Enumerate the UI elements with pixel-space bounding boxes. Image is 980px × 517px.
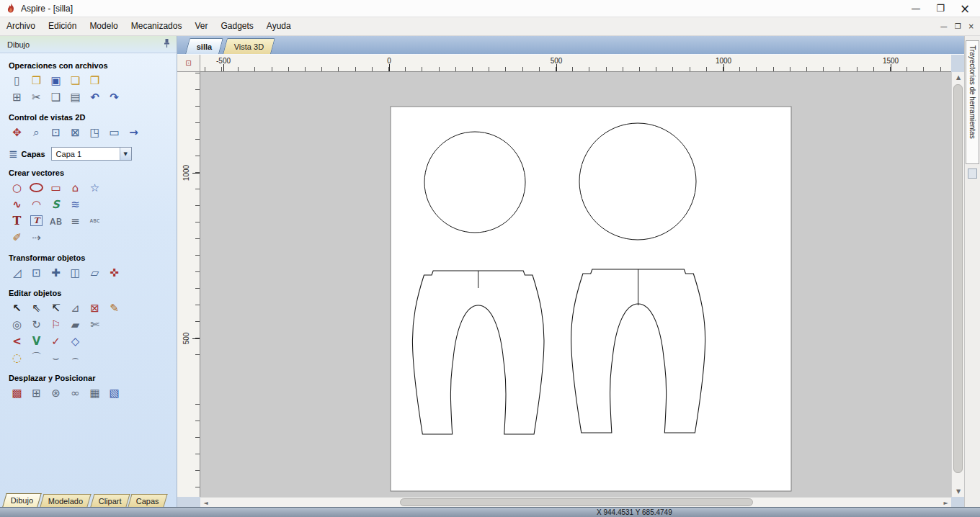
knife-icon[interactable]: ✄ [85, 316, 104, 333]
nesting-icon[interactable]: ▧ [104, 385, 124, 401]
text-spacing-icon[interactable]: ᴀʙᴄ [85, 212, 104, 229]
distort-object-icon[interactable]: ▱ [85, 264, 104, 281]
draw-ellipse-icon[interactable] [27, 179, 46, 196]
text-on-curve-icon[interactable]: ᴀʙ [46, 212, 66, 229]
zoom-selected-icon[interactable]: ◳ [85, 124, 104, 140]
paste-icon[interactable]: ▤ [66, 89, 85, 105]
rotate-copy-icon[interactable]: ↻ [27, 316, 46, 333]
tab-clipart[interactable]: Clipart [90, 494, 130, 507]
cut-icon[interactable]: ✂ [27, 89, 46, 105]
minimize-button[interactable]: — [904, 0, 928, 17]
dimension-line-icon[interactable]: ⇢ [27, 229, 46, 246]
text-block-icon[interactable]: ≡ [66, 212, 85, 229]
close-vector-icon[interactable]: ◌ [7, 349, 27, 366]
vertical-scroll-thumb[interactable] [953, 84, 963, 473]
menu-mecanizados[interactable]: Mecanizados [125, 17, 189, 35]
draw-star-icon[interactable]: ☆ [85, 179, 104, 196]
horizontal-scrollbar[interactable]: ◄ ► [200, 497, 951, 507]
draw-spiral-icon[interactable]: ≋ [66, 196, 85, 212]
draw-polygon-icon[interactable]: ⌂ [66, 179, 85, 196]
tab-vista-3d[interactable]: Vista 3D [223, 38, 275, 54]
move-object-icon[interactable]: ✚ [46, 264, 66, 281]
child-restore-button[interactable]: ❐ [955, 22, 961, 32]
menu-archivo[interactable]: Archivo [0, 17, 42, 35]
fit-arc-icon[interactable]: ⌒ [27, 349, 46, 366]
draw-dimension-icon[interactable]: ✐ [7, 229, 27, 246]
vertical-scrollbar[interactable]: ▲ ▼ [951, 72, 964, 497]
draw-rectangle-icon[interactable]: ▭ [46, 179, 66, 196]
zoom-extents-icon[interactable]: ⊠ [66, 124, 85, 140]
save-file-icon[interactable]: ▣ [46, 72, 66, 89]
toolpaths-tab[interactable]: Trayectorias de herramientas [966, 40, 979, 164]
menu-ayuda[interactable]: Ayuda [260, 17, 298, 35]
set-size-icon[interactable]: ⊡ [27, 264, 46, 281]
export-vectors-icon[interactable]: ❐ [85, 72, 104, 89]
pin-icon[interactable] [163, 38, 171, 51]
delete-icon[interactable]: ⊠ [85, 300, 104, 316]
vector-drawing[interactable] [200, 72, 951, 497]
align-center-icon[interactable]: ✜ [104, 264, 124, 281]
toggle-3d-view-icon[interactable]: → [124, 124, 143, 140]
menu-edicion[interactable]: Edición [42, 17, 83, 35]
job-setup-icon[interactable]: ⊞ [7, 89, 27, 105]
copy-icon[interactable]: ❑ [46, 89, 66, 105]
scroll-left-icon[interactable]: ◄ [200, 498, 211, 508]
zoom-interactive-icon[interactable]: ⌕ [27, 124, 46, 140]
flag-icon[interactable]: ⚐ [46, 316, 66, 333]
undo-icon[interactable]: ↶ [85, 89, 104, 105]
scroll-up-icon[interactable]: ▲ [952, 72, 965, 83]
maximize-button[interactable]: ❐ [928, 0, 953, 17]
select-icon[interactable]: ↖ [7, 300, 27, 316]
menu-ver[interactable]: Ver [188, 17, 214, 35]
horizontal-scroll-thumb[interactable] [400, 498, 753, 506]
scroll-right-icon[interactable]: ► [940, 498, 951, 508]
fit-lines-icon[interactable]: ✓ [46, 333, 66, 349]
fit-curves-icon[interactable]: V [27, 333, 46, 349]
combo-arrow-icon[interactable]: ▼ [120, 148, 131, 160]
node-edit-icon[interactable]: ⇖ [27, 300, 46, 316]
measure-icon[interactable]: ⊿ [66, 300, 85, 316]
import-vectors-icon[interactable]: ❏ [66, 72, 85, 89]
drawing-sheet[interactable] [391, 107, 791, 491]
draw-text-icon[interactable]: T [7, 212, 27, 229]
layers-icon[interactable]: ≣ [9, 148, 18, 161]
transform-select-icon[interactable]: ↸ [46, 300, 66, 316]
fit-arc3-icon[interactable]: ⌢ [66, 349, 85, 366]
scroll-down-icon[interactable]: ▼ [952, 486, 965, 497]
zoom-fit-width-icon[interactable]: ▭ [104, 124, 124, 140]
draw-freehand-icon[interactable]: S [46, 196, 66, 212]
tab-modelado[interactable]: Modelado [40, 494, 92, 507]
toolpaths-panel-handle[interactable] [968, 168, 977, 179]
new-file-icon[interactable]: ▯ [7, 72, 27, 89]
child-minimize-button[interactable]: — [940, 22, 948, 32]
tab-dibujo[interactable]: Dibujo [2, 493, 42, 507]
scale-object-icon[interactable]: ◿ [7, 264, 27, 281]
zoom-box-icon[interactable]: ⊡ [46, 124, 66, 140]
join-open-icon[interactable]: < [7, 333, 27, 349]
quick-edit-icon[interactable]: ✎ [104, 300, 124, 316]
align-objects-icon[interactable]: ⊞ [27, 385, 46, 401]
child-close-button[interactable]: × [968, 22, 974, 32]
eraser-icon[interactable]: ▰ [66, 316, 85, 333]
linear-array-icon[interactable]: ∞ [66, 385, 85, 401]
tab-silla[interactable]: silla [185, 38, 223, 54]
ruler-origin-button[interactable]: ⊡ [177, 55, 200, 72]
mirror-object-icon[interactable]: ◫ [66, 264, 85, 281]
menu-modelo[interactable]: Modelo [83, 17, 124, 35]
offset-vectors-icon[interactable]: ◎ [7, 316, 27, 333]
open-file-icon[interactable]: ❒ [27, 72, 46, 89]
tab-capas[interactable]: Capas [128, 494, 168, 507]
draw-curve-icon[interactable]: ∿ [7, 196, 27, 212]
menu-gadgets[interactable]: Gadgets [214, 17, 259, 35]
redo-icon[interactable]: ↷ [104, 89, 124, 105]
pan-icon[interactable]: ✥ [7, 124, 27, 140]
grid-array-icon[interactable]: ▦ [85, 385, 104, 401]
draw-circle-icon[interactable]: ○ [7, 179, 27, 196]
drawing-canvas[interactable] [200, 72, 951, 497]
layer-select[interactable]: Capa 1 ▼ [51, 147, 132, 161]
rotate-array-icon[interactable]: ⊛ [46, 385, 66, 401]
align-selection-icon[interactable]: ▩ [7, 385, 27, 401]
text-box-icon[interactable]: T [27, 212, 46, 229]
close-button[interactable]: × [953, 0, 977, 17]
fit-arc2-icon[interactable]: ⌣ [46, 349, 66, 366]
